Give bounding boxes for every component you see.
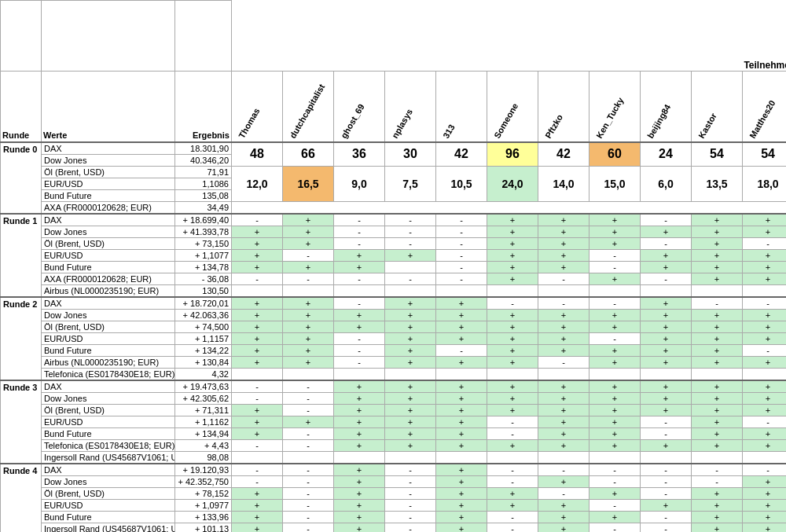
participant-value-cell: + xyxy=(232,309,283,321)
participant-value-cell: + xyxy=(385,416,436,427)
score-cell: 96 xyxy=(487,142,538,167)
participant-value-cell: + xyxy=(436,416,487,427)
participant-value-cell: + xyxy=(590,511,641,523)
participant-313: 313 xyxy=(436,72,487,142)
participant-value-cell: + xyxy=(487,344,538,356)
participant-value-cell: - xyxy=(487,416,538,427)
participant-thomas: Thomas xyxy=(232,72,283,142)
participant-value-cell: - xyxy=(283,523,334,532)
participant-value-cell: - xyxy=(232,475,283,487)
participant-value-cell xyxy=(385,261,436,273)
ergebnis-cell: + 133,96 xyxy=(175,511,232,523)
participant-value-cell: + xyxy=(487,214,538,226)
wert-cell: Bund Future xyxy=(42,344,175,356)
runde-0-label: Runde 0 xyxy=(1,142,42,214)
participant-value-cell: + xyxy=(232,404,283,416)
runde-3-label: Runde 3 xyxy=(1,380,42,464)
participant-value-cell: + xyxy=(743,511,787,523)
participant-value-cell: + xyxy=(232,523,283,532)
participant-value-cell: + xyxy=(538,321,590,332)
participant-value-cell: - xyxy=(283,427,334,439)
participant-value-cell: + xyxy=(538,214,590,226)
runde-1-label: Runde 1 xyxy=(1,214,42,297)
participant-value-cell: + xyxy=(232,487,283,499)
participant-value-cell: - xyxy=(487,523,538,532)
participant-value-cell: - xyxy=(385,523,436,532)
participant-value-cell xyxy=(232,368,283,380)
participant-value-cell: - xyxy=(641,523,692,532)
participant-value-cell: - xyxy=(641,475,692,487)
participant-value-cell: + xyxy=(487,356,538,368)
wert-cell: Dow Jones xyxy=(42,309,175,321)
participant-value-cell: + xyxy=(692,439,743,451)
table-row: EUR/USD+ 1,1157++-++++-+++ xyxy=(1,332,787,344)
participant-value-cell: - xyxy=(385,273,436,284)
participant-value-cell: + xyxy=(538,404,590,416)
participant-value-cell: + xyxy=(692,237,743,249)
ergebnis-cell: + 134,94 xyxy=(175,427,232,439)
participant-value-cell: - xyxy=(487,427,538,439)
wert-cell: AXA (FR0000120628; EUR) xyxy=(42,273,175,284)
participant-value-cell: - xyxy=(232,380,283,393)
participant-value-cell: + xyxy=(590,344,641,356)
participant-value-cell: + xyxy=(590,309,641,321)
participant-value-cell: + xyxy=(487,332,538,344)
participant-value-cell: + xyxy=(641,439,692,451)
participant-value-cell xyxy=(283,368,334,380)
participant-value-cell: + xyxy=(436,404,487,416)
participant-value-cell: + xyxy=(232,249,283,261)
participant-value-cell: + xyxy=(385,404,436,416)
sub-score-cell: 10,5 xyxy=(436,166,487,201)
ergebnis-cell: - 36,08 xyxy=(175,273,232,284)
participant-value-cell xyxy=(641,284,692,297)
participant-value-cell: + xyxy=(334,475,385,487)
participant-value-cell: + xyxy=(590,427,641,439)
participant-value-cell: + xyxy=(487,273,538,284)
participant-value-cell: + xyxy=(436,511,487,523)
table-row: Telefonica (ES0178430E18; EUR)+ 4,43--++… xyxy=(1,439,787,451)
wert-cell: Dow Jones xyxy=(42,154,175,166)
ergebnis-cell: 34,49 xyxy=(175,201,232,214)
participant-value-cell: - xyxy=(590,475,641,487)
participant-value-cell: - xyxy=(283,404,334,416)
participant-value-cell: + xyxy=(538,332,590,344)
participant-value-cell: + xyxy=(487,249,538,261)
participant-value-cell: - xyxy=(641,273,692,284)
participant-value-cell: + xyxy=(743,499,787,511)
wert-cell: Dow Jones xyxy=(42,475,175,487)
participant-value-cell: - xyxy=(590,297,641,310)
participant-value-cell xyxy=(385,368,436,380)
participant-value-cell: + xyxy=(385,356,436,368)
participant-value-cell: + xyxy=(590,356,641,368)
participant-value-cell: - xyxy=(590,261,641,273)
participant-value-cell: + xyxy=(641,226,692,237)
sub-score-cell: 13,5 xyxy=(692,166,743,201)
participant-value-cell: + xyxy=(232,297,283,310)
participant-value-cell: + xyxy=(283,237,334,249)
participant-value-cell: + xyxy=(692,344,743,356)
data-table: Teilnehmer Runde Werte Ergebnis Thomas d… xyxy=(0,0,786,532)
participant-value-cell: - xyxy=(334,332,385,344)
participant-value-cell xyxy=(385,284,436,297)
wert-cell: AXA (FR0000120628; EUR) xyxy=(42,201,175,214)
participant-value-cell: + xyxy=(743,309,787,321)
participant-value-cell: + xyxy=(283,261,334,273)
participant-pftzko: Pftzko xyxy=(538,72,590,142)
ergebnis-cell: + 1,1077 xyxy=(175,249,232,261)
participant-value-cell: + xyxy=(385,344,436,356)
wert-cell: Ingersoll Rand (US45687V1061; USD) xyxy=(42,523,175,532)
participant-value-cell: + xyxy=(436,332,487,344)
table-row: Runde 4DAX+ 19.120,93--+-+------ xyxy=(1,464,787,476)
participant-value-cell xyxy=(487,368,538,380)
ergebnis-cell: 18.301,90 xyxy=(175,142,232,155)
participant-value-cell: - xyxy=(232,214,283,226)
participant-kentucky: Ken_Tucky xyxy=(590,72,641,142)
participant-value-cell xyxy=(538,284,590,297)
table-row: EUR/USD+ 1,0977+-+-+++-+++ xyxy=(1,499,787,511)
participant-value-cell: - xyxy=(692,464,743,476)
teilnehmer-header: Teilnehmer xyxy=(232,1,787,72)
table-row: Öl (Brent, USD)+ 74,500+++++++++++ xyxy=(1,321,787,332)
participant-value-cell: + xyxy=(232,237,283,249)
participant-value-cell: + xyxy=(283,332,334,344)
wert-cell: Öl (Brent, USD) xyxy=(42,321,175,332)
